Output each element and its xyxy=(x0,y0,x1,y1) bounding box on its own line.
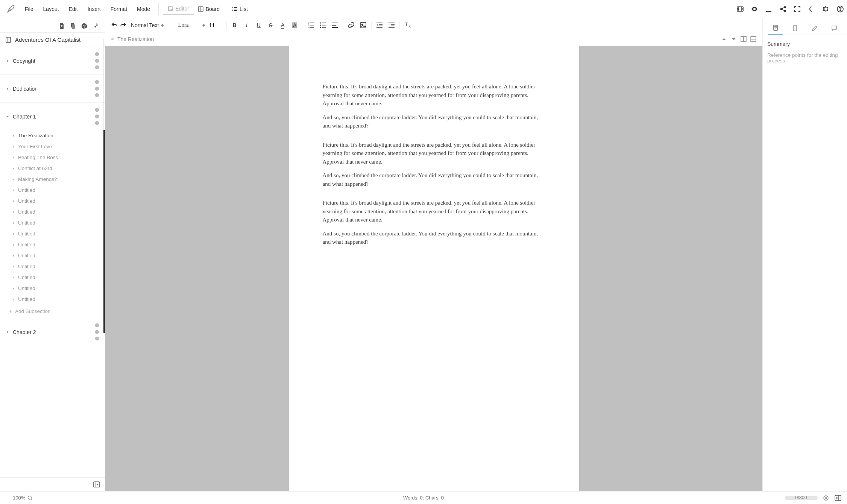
sub-untitled[interactable]: Untitled xyxy=(0,272,105,283)
paragraph[interactable]: Picture this. It's broad daylight and th… xyxy=(323,141,545,166)
section-label: Chapter 1 xyxy=(13,114,94,120)
sub-conflict-at-63rd[interactable]: Conflict at 63rd xyxy=(0,163,105,174)
video-icon[interactable] xyxy=(736,5,744,13)
fullscreen-icon[interactable] xyxy=(794,5,801,13)
tab-editor[interactable]: Editor xyxy=(163,3,194,15)
eye-icon[interactable] xyxy=(751,5,758,13)
paragraph[interactable]: Picture this. It's broad daylight and th… xyxy=(323,82,545,108)
menu-file[interactable]: File xyxy=(21,4,37,14)
highlight-icon[interactable]: A xyxy=(291,21,298,29)
redo-icon[interactable] xyxy=(120,21,127,29)
inspector-tab-edit[interactable] xyxy=(807,22,822,35)
next-doc-icon[interactable] xyxy=(731,36,737,42)
sub-untitled[interactable]: Untitled xyxy=(0,206,105,217)
menu-insert[interactable]: Insert xyxy=(84,4,105,14)
expand-panel-icon[interactable] xyxy=(834,494,842,502)
sub-untitled[interactable]: Untitled xyxy=(0,217,105,228)
bullet-icon xyxy=(13,190,14,191)
document-viewport[interactable]: Picture this. It's broad daylight and th… xyxy=(105,46,762,491)
moon-icon[interactable] xyxy=(808,5,815,13)
bullet-icon xyxy=(13,244,14,246)
sub-untitled[interactable]: Untitled xyxy=(0,250,105,261)
copy-doc-icon[interactable] xyxy=(70,23,76,29)
bullet-list-icon[interactable] xyxy=(320,21,326,29)
link-icon[interactable] xyxy=(348,21,355,29)
split-horizontal-icon[interactable] xyxy=(750,36,756,42)
more-icon[interactable] xyxy=(94,323,100,341)
section-dedication[interactable]: Dedication xyxy=(0,75,105,103)
zoom-control[interactable]: 100% xyxy=(13,495,33,501)
text-color-icon[interactable]: A xyxy=(279,21,286,29)
paragraph[interactable]: Picture this. It's broad daylight and th… xyxy=(323,199,545,224)
inspector-tab-notes[interactable] xyxy=(768,22,783,35)
undo-icon[interactable] xyxy=(111,21,118,29)
add-subsection-label: Add Subsection xyxy=(15,308,51,314)
strikethrough-icon[interactable]: S xyxy=(267,21,274,29)
svg-rect-27 xyxy=(6,37,11,43)
document-page[interactable]: Picture this. It's broad daylight and th… xyxy=(289,46,579,491)
cube-icon[interactable] xyxy=(81,23,88,29)
section-label: Copyright xyxy=(13,58,94,64)
tab-list[interactable]: List xyxy=(228,4,252,14)
inspector-tab-bookmark[interactable] xyxy=(788,22,803,35)
image-icon[interactable] xyxy=(360,21,367,29)
book-title-row[interactable]: Adventures Of A Capitalist xyxy=(0,32,105,47)
font-size-input[interactable] xyxy=(209,22,222,28)
section-chapter-1[interactable]: Chapter 1 xyxy=(0,103,105,130)
menu-layout[interactable]: Layout xyxy=(39,4,63,14)
style-select[interactable]: Normal Text◆ xyxy=(129,21,166,29)
add-subsection[interactable]: +Add Subsection xyxy=(0,305,105,318)
inspector-tab-comment[interactable] xyxy=(827,22,842,35)
pin-icon[interactable] xyxy=(92,23,99,29)
underline-icon[interactable]: U xyxy=(255,21,262,29)
paragraph[interactable]: And so, you climbed the corporate ladder… xyxy=(323,171,545,188)
section-copyright[interactable]: Copyright xyxy=(0,47,105,75)
paragraph[interactable]: And so, you climbed the corporate ladder… xyxy=(323,229,545,246)
sidebar: Adventures Of A Capitalist Copyright Ded… xyxy=(0,18,105,491)
ordered-list-icon[interactable]: 123 xyxy=(308,21,314,29)
sub-the-realization[interactable]: The Realization xyxy=(0,130,105,141)
sub-untitled[interactable]: Untitled xyxy=(0,185,105,196)
sub-making-amends[interactable]: Making Amends? xyxy=(0,174,105,185)
sub-untitled[interactable]: Untitled xyxy=(0,196,105,206)
outdent-icon[interactable] xyxy=(388,21,395,29)
sub-untitled[interactable]: Untitled xyxy=(0,239,105,250)
split-vertical-icon[interactable] xyxy=(741,36,747,42)
font-select[interactable]: Lora◆ xyxy=(176,21,207,29)
bold-icon[interactable]: B xyxy=(231,21,238,29)
help-icon[interactable] xyxy=(836,5,844,13)
new-doc-icon[interactable] xyxy=(58,23,65,29)
sub-untitled[interactable]: Untitled xyxy=(0,294,105,305)
tab-board[interactable]: Board xyxy=(194,4,224,14)
inspector-placeholder[interactable]: Reference points for the editing process xyxy=(767,52,842,64)
gear-icon[interactable] xyxy=(822,5,830,13)
clear-formatting-icon[interactable]: T✕ xyxy=(404,21,412,29)
indent-icon[interactable] xyxy=(376,21,383,29)
more-icon[interactable] xyxy=(94,79,100,98)
book-icon xyxy=(5,37,11,43)
collapse-sidebar-icon[interactable] xyxy=(93,481,100,488)
svg-line-77 xyxy=(31,499,32,500)
section-chapter-2[interactable]: Chapter 2 xyxy=(0,318,105,346)
menu-edit[interactable]: Edit xyxy=(65,4,82,14)
svg-rect-60 xyxy=(376,23,383,23)
more-icon[interactable] xyxy=(94,107,100,126)
align-icon[interactable] xyxy=(332,21,338,29)
sub-untitled[interactable]: Untitled xyxy=(0,228,105,239)
prev-doc-icon[interactable] xyxy=(721,36,727,42)
sub-untitled[interactable]: Untitled xyxy=(0,283,105,294)
share-icon[interactable] xyxy=(779,5,787,13)
target-icon[interactable] xyxy=(823,495,829,501)
divider xyxy=(226,6,226,12)
menu-format[interactable]: Format xyxy=(107,4,131,14)
progress-bar[interactable]: 0/300 xyxy=(785,496,818,500)
italic-icon[interactable]: I xyxy=(243,21,250,29)
svg-rect-2 xyxy=(169,8,172,9)
paragraph[interactable]: And so, you climbed the corporate ladder… xyxy=(323,113,545,130)
sub-beating-the-boss[interactable]: Beating The Boss xyxy=(0,152,105,163)
menu-mode[interactable]: Mode xyxy=(133,4,154,14)
sub-untitled[interactable]: Untitled xyxy=(0,261,105,272)
more-icon[interactable] xyxy=(94,52,100,70)
download-icon[interactable] xyxy=(765,5,773,13)
sub-your-first-love[interactable]: Your First Love xyxy=(0,141,105,152)
